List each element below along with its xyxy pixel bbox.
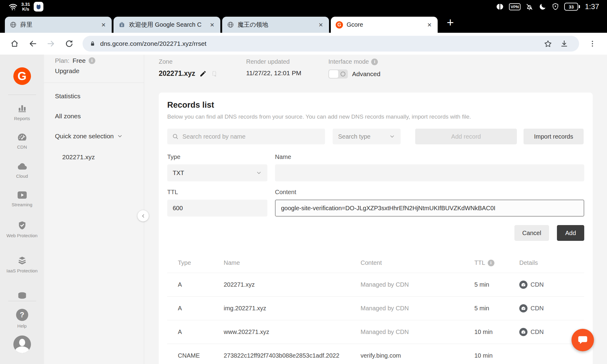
reload-button[interactable] [62, 36, 77, 51]
sidebar-item-iaas-protection[interactable]: IaaS Protection [0, 255, 44, 274]
speedometer-icon [17, 132, 28, 142]
sidebar-item-help[interactable]: ? Help [0, 309, 44, 329]
network-speed: 3.31 K/s [21, 2, 30, 12]
info-icon[interactable]: i [488, 260, 494, 266]
shield-check-icon [17, 220, 27, 231]
plan-value: Free [73, 57, 86, 64]
address-bar[interactable]: dns.gcore.com/zone/202271.xyz/rrset [83, 36, 579, 52]
subnav-item-statistics[interactable]: Statistics [55, 93, 80, 100]
sidebar-item-cdn[interactable]: CDN [0, 132, 44, 150]
close-tab-icon[interactable]: × [209, 21, 215, 29]
table-row[interactable]: CNAME 273822c12ff92f7403b088e2853c1adf.2… [167, 344, 584, 364]
record-ttl: 10 min [474, 352, 519, 359]
record-name-input[interactable] [275, 164, 584, 181]
menu-kebab-icon[interactable] [585, 36, 600, 51]
sidebar-item-label: Help [17, 323, 27, 329]
browser-tab-gcore-active[interactable]: G Gcore × [331, 17, 438, 33]
zone-link-202271[interactable]: 202271.xyz [62, 153, 95, 161]
search-type-dropdown[interactable]: Search type [333, 129, 401, 144]
cdn-badge-icon [519, 328, 527, 336]
subnav-item-all-zones[interactable]: All zones [55, 113, 81, 120]
user-avatar[interactable] [0, 335, 44, 353]
vpn-status-icon: VPN [509, 3, 521, 10]
type-label: Type [167, 153, 267, 160]
col-header-type: Type [178, 259, 224, 266]
main-content: Zone 202271.xyz Render updated 11/27/22,… [144, 55, 607, 364]
sidebar-item-cloud[interactable]: Cloud [0, 161, 44, 179]
info-icon[interactable]: i [89, 57, 95, 64]
lock-icon [89, 40, 96, 47]
search-input[interactable] [182, 133, 320, 140]
edit-pencil-icon[interactable] [199, 70, 207, 77]
sidebar-item-web-protection[interactable]: Web Protection [0, 220, 44, 238]
new-tab-button[interactable]: + [447, 16, 454, 29]
question-mark-icon: ? [16, 309, 28, 321]
interface-mode-block: Interface mode i Advanced [328, 58, 380, 79]
advanced-mode-toggle[interactable] [328, 69, 348, 79]
chevron-down-icon [389, 133, 395, 140]
search-icon [172, 133, 179, 140]
add-record-button[interactable]: Add record [415, 129, 517, 144]
record-type: CNAME [178, 352, 224, 359]
interface-mode-label: Interface mode [328, 58, 369, 65]
quick-zone-label: Quick zone selection [55, 133, 114, 140]
forward-button[interactable] [43, 36, 59, 51]
browser-tab-3[interactable]: 魔王の领地 × [222, 17, 329, 33]
info-icon[interactable]: i [371, 59, 378, 65]
home-button[interactable] [7, 36, 22, 51]
close-tab-icon[interactable]: × [317, 21, 324, 29]
tab-title: 薛里 [20, 21, 97, 29]
record-name: www.202271.xyz [224, 329, 354, 335]
url-text[interactable]: dns.gcore.com/zone/202271.xyz/rrset [100, 40, 206, 47]
render-updated-label: Render updated [246, 58, 301, 65]
bar-chart-icon [17, 103, 27, 113]
subnav-item-quick-zone-selection[interactable]: Quick zone selection [55, 133, 123, 140]
name-label: Name [275, 153, 584, 160]
record-type-value: TXT [173, 170, 184, 177]
upgrade-link[interactable]: Upgrade [55, 67, 80, 75]
record-content-input[interactable] [275, 200, 584, 217]
sidebar-item-reports[interactable]: Reports [0, 103, 44, 121]
plan-row: Plan: Free i [55, 57, 95, 64]
browser-tab-1[interactable]: 薛里 × [5, 17, 112, 33]
record-search-field[interactable] [167, 129, 325, 144]
browser-tab-2[interactable]: 欢迎使用 Google Search C × [114, 17, 220, 33]
sidebar-item-streaming[interactable]: Streaming [0, 190, 44, 207]
zone-label: Zone [159, 58, 218, 65]
status-clock: 1:37 [585, 2, 599, 11]
globe-favicon-icon [227, 21, 234, 28]
import-records-button[interactable]: Import records [524, 129, 584, 144]
close-tab-icon[interactable]: × [100, 21, 107, 29]
col-header-content: Content [361, 259, 474, 266]
cancel-button[interactable]: Cancel [514, 225, 549, 241]
avatar-icon [13, 335, 31, 353]
collapse-subnav-button[interactable] [137, 210, 149, 221]
back-button[interactable] [25, 36, 40, 51]
copy-icon[interactable] [211, 70, 218, 78]
bookmark-star-icon[interactable] [540, 36, 555, 51]
records-table: Type Name Content TTL i Details A 202271… [167, 253, 584, 364]
record-name: img.202271.xyz [224, 305, 354, 312]
render-updated-block: Render updated 11/27/22, 12:01 PM [246, 58, 301, 77]
dns-database-icon[interactable] [0, 292, 44, 300]
search-type-label: Search type [338, 133, 371, 140]
record-ttl-input[interactable] [167, 200, 267, 217]
gcore-logo[interactable]: G [0, 67, 44, 85]
sidebar-item-label: Streaming [12, 202, 32, 207]
download-icon[interactable] [557, 36, 572, 51]
table-row[interactable]: A img.202271.xyz Managed by CDN 5 min CD… [167, 297, 584, 320]
wifi-icon [8, 3, 18, 11]
record-type: A [178, 305, 224, 312]
cdn-badge-icon [519, 304, 527, 312]
support-chat-button[interactable] [571, 329, 594, 351]
add-button[interactable]: Add [557, 225, 584, 241]
table-row[interactable]: A 202271.xyz Managed by CDN 5 min CDN [167, 273, 584, 297]
close-tab-icon[interactable]: × [426, 21, 433, 29]
record-details[interactable]: CDN [519, 304, 584, 312]
zone-header-block: Zone 202271.xyz [159, 58, 218, 78]
table-row[interactable]: A www.202271.xyz Managed by CDN 10 min C… [167, 320, 584, 344]
layers-icon [17, 255, 27, 266]
record-type-select[interactable]: TXT [167, 164, 267, 181]
record-name: 202271.xyz [224, 281, 354, 288]
record-details[interactable]: CDN [519, 281, 584, 289]
